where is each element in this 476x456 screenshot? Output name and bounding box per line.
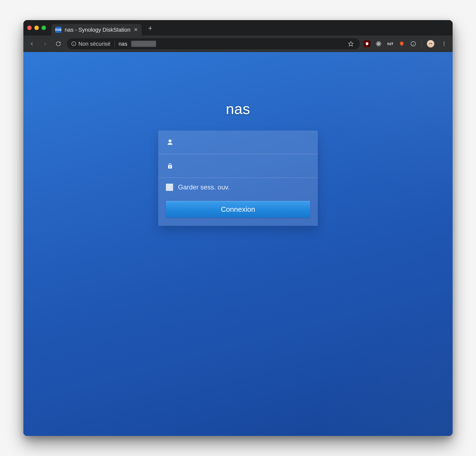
url-host: nas [119,41,127,47]
reload-button[interactable] [54,39,63,48]
info-extension-icon[interactable] [410,40,417,47]
forward-button[interactable] [40,39,50,48]
login-area: nas Garder sess. ouv. [158,52,318,226]
extension-icon[interactable] [387,40,393,47]
titlebar: DSM nas - Synology DiskStation ✕ ＋ [23,20,453,36]
user-icon [166,139,174,146]
bookmark-star-button[interactable] [346,39,355,48]
security-label: Non sécurisé [78,41,111,47]
svg-point-14 [444,42,444,43]
extension-icons [364,39,449,48]
address-bar[interactable]: Non sécurisé nas [67,38,360,49]
tab-favicon: DSM [55,27,61,33]
profile-avatar-button[interactable] [427,40,434,48]
url-blurred [131,41,156,47]
kebab-menu-button[interactable] [439,39,449,48]
svg-point-16 [444,45,444,46]
toolbar: Non sécurisé nas [23,36,453,52]
separator [422,40,422,47]
window-controls [27,26,46,30]
browser-window: DSM nas - Synology DiskStation ✕ ＋ Non s… [23,20,453,436]
minimize-window-button[interactable] [34,26,39,30]
close-window-button[interactable] [27,26,32,30]
svg-point-4 [378,43,379,44]
page-viewport: nas Garder sess. ouv. [23,52,453,436]
login-actions: Connexion [158,197,318,226]
remember-checkbox[interactable] [166,184,173,191]
ublock-extension-icon[interactable] [364,40,370,47]
username-input[interactable] [180,139,310,146]
login-hostname: nas [158,100,318,117]
username-field[interactable] [158,131,318,154]
login-card: Garder sess. ouv. Connexion [158,131,318,226]
svg-marker-3 [349,42,353,46]
tab-close-button[interactable]: ✕ [134,27,138,33]
password-field[interactable] [158,154,318,178]
svg-rect-9 [390,44,391,45]
brave-extension-icon[interactable] [398,40,405,47]
divider [114,41,115,47]
info-icon [71,41,76,46]
react-devtools-extension-icon[interactable] [375,40,382,47]
lock-icon [166,163,174,169]
security-status[interactable]: Non sécurisé [71,41,111,47]
svg-rect-10 [392,43,393,44]
remember-label: Garder sess. ouv. [178,183,230,191]
new-tab-button[interactable]: ＋ [142,23,159,33]
password-input[interactable] [180,162,310,170]
svg-point-15 [444,43,444,44]
browser-tab[interactable]: DSM nas - Synology DiskStation ✕ [51,24,142,36]
maximize-window-button[interactable] [42,26,46,30]
back-button[interactable] [27,39,37,48]
svg-rect-8 [388,43,389,44]
tab-title: nas - Synology DiskStation [65,27,130,33]
remember-row: Garder sess. ouv. [158,178,318,197]
login-button[interactable]: Connexion [166,201,310,218]
